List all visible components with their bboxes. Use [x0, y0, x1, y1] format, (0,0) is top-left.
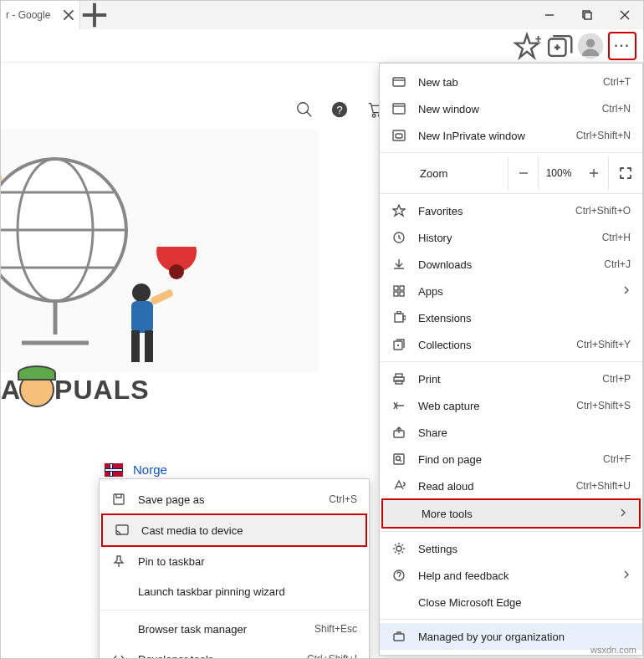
- svg-rect-18: [145, 330, 153, 362]
- menu-separator: [380, 361, 642, 362]
- menu-item-pin-taskbar[interactable]: Pin to taskbar: [100, 546, 369, 576]
- svg-text:?: ?: [336, 104, 342, 116]
- menu-item-print[interactable]: Print Ctrl+P: [380, 365, 642, 392]
- collections-icon[interactable]: [544, 32, 573, 60]
- settings-menu: New tab Ctrl+T New window Ctrl+N New InP…: [379, 63, 643, 656]
- menu-item-history[interactable]: History Ctrl+H: [380, 224, 642, 251]
- menu-item-share[interactable]: Share: [380, 419, 642, 446]
- menu-separator: [380, 531, 642, 532]
- svg-rect-23: [393, 104, 405, 114]
- cast-icon: [115, 524, 130, 537]
- svg-rect-16: [131, 301, 153, 333]
- menu-item-zoom: Zoom 100%: [380, 156, 642, 190]
- browser-tab[interactable]: r - Google: [1, 1, 80, 29]
- menu-item-new-tab[interactable]: New tab Ctrl+T: [380, 69, 642, 95]
- svg-rect-22: [393, 78, 405, 86]
- menu-item-settings[interactable]: Settings: [380, 535, 642, 562]
- download-icon: [391, 258, 406, 271]
- appuals-logo: A PUALS: [1, 372, 150, 407]
- window-controls: [530, 1, 643, 29]
- pin-icon: [111, 554, 126, 568]
- svg-rect-24: [393, 130, 405, 140]
- new-window-icon: [391, 102, 406, 115]
- close-window-button[interactable]: [606, 1, 643, 29]
- page-illustration: [1, 130, 319, 372]
- svg-rect-27: [394, 286, 398, 290]
- title-bar: r - Google: [1, 1, 643, 29]
- menu-separator: [380, 619, 642, 620]
- page-content: ? A PUALS Norge: [1, 63, 643, 659]
- menu-item-task-manager[interactable]: Browser task manager Shift+Esc: [100, 614, 369, 644]
- svg-rect-25: [396, 134, 402, 138]
- menu-item-save-page-as[interactable]: Save page as Ctrl+S: [100, 484, 369, 514]
- svg-point-14: [169, 264, 184, 279]
- new-tab-icon: [391, 75, 406, 89]
- menu-item-inprivate[interactable]: New InPrivate window Ctrl+Shift+N: [380, 122, 642, 149]
- profile-icon[interactable]: [576, 32, 605, 60]
- find-icon: [391, 452, 406, 466]
- person-pin-icon: [110, 247, 210, 381]
- new-tab-button[interactable]: [80, 1, 109, 29]
- menu-item-close-edge[interactable]: Close Microsoft Edge: [380, 589, 642, 616]
- svg-rect-21: [116, 525, 128, 534]
- collections-icon: [391, 338, 406, 351]
- menu-item-collections[interactable]: Collections Ctrl+Shift+Y: [380, 331, 642, 358]
- watermark: wsxdn.com: [590, 645, 636, 655]
- apps-icon: [391, 284, 406, 298]
- menu-item-pinning-wizard[interactable]: Launch taskbar pinning wizard: [100, 576, 369, 606]
- norway-flag-icon: [105, 463, 123, 477]
- svg-rect-1: [585, 13, 591, 19]
- help-icon[interactable]: ?: [330, 100, 349, 121]
- browser-toolbar: ···: [1, 29, 643, 63]
- logo-text: PUALS: [54, 375, 149, 406]
- menu-item-more-tools[interactable]: More tools: [383, 500, 639, 527]
- menu-item-web-capture[interactable]: Web capture Ctrl+Shift+S: [380, 392, 642, 419]
- favorites-star-icon[interactable]: [513, 32, 541, 60]
- read-aloud-icon: [391, 479, 406, 493]
- chevron-right-icon: [622, 285, 631, 297]
- svg-rect-32: [397, 311, 401, 314]
- menu-item-help[interactable]: Help and feedback: [380, 562, 642, 589]
- svg-rect-30: [400, 292, 404, 296]
- svg-rect-33: [403, 316, 406, 319]
- svg-rect-43: [394, 634, 404, 641]
- svg-point-41: [396, 546, 401, 551]
- menu-item-cast-media[interactable]: Cast media to device: [103, 515, 365, 545]
- tab-close-icon[interactable]: [63, 9, 74, 21]
- menu-item-extensions[interactable]: Extensions: [380, 304, 642, 331]
- history-icon: [391, 231, 406, 244]
- zoom-in-button[interactable]: [579, 156, 609, 190]
- svg-point-8: [372, 115, 376, 118]
- menu-item-downloads[interactable]: Downloads Ctrl+J: [380, 251, 642, 278]
- svg-rect-17: [131, 330, 140, 362]
- zoom-value: 100%: [539, 167, 579, 179]
- maximize-button[interactable]: [568, 1, 606, 29]
- menu-item-read-aloud[interactable]: Read aloud Ctrl+Shift+U: [380, 473, 642, 499]
- tab-title: r - Google: [6, 9, 63, 21]
- menu-item-developer-tools[interactable]: Developer tools Ctrl+Shift+I: [100, 644, 369, 659]
- capture-icon: [391, 399, 406, 412]
- menu-item-new-window[interactable]: New window Ctrl+N: [380, 95, 642, 122]
- menu-item-find[interactable]: Find on page Ctrl+F: [380, 446, 642, 473]
- menu-item-apps[interactable]: Apps: [380, 278, 642, 304]
- briefcase-icon: [391, 630, 406, 643]
- devtools-icon: [111, 652, 126, 659]
- more-tools-submenu: Save page as Ctrl+S Cast media to device…: [99, 478, 370, 659]
- menu-item-favorites[interactable]: Favorites Ctrl+Shift+O: [380, 197, 642, 224]
- search-icon[interactable]: [295, 100, 314, 121]
- svg-rect-37: [396, 381, 402, 384]
- extensions-icon: [391, 311, 406, 324]
- svg-point-5: [298, 103, 309, 114]
- fullscreen-button[interactable]: [609, 166, 642, 180]
- svg-point-15: [132, 284, 151, 302]
- zoom-out-button[interactable]: [509, 156, 539, 190]
- star-icon: [391, 204, 406, 217]
- norge-link[interactable]: Norge: [105, 462, 167, 477]
- minimize-button[interactable]: [530, 1, 568, 29]
- help-icon: [391, 569, 406, 582]
- more-menu-button[interactable]: ···: [608, 32, 636, 60]
- menu-separator: [380, 152, 642, 153]
- save-icon: [111, 493, 126, 506]
- chevron-right-icon: [622, 570, 631, 581]
- svg-rect-39: [394, 454, 404, 464]
